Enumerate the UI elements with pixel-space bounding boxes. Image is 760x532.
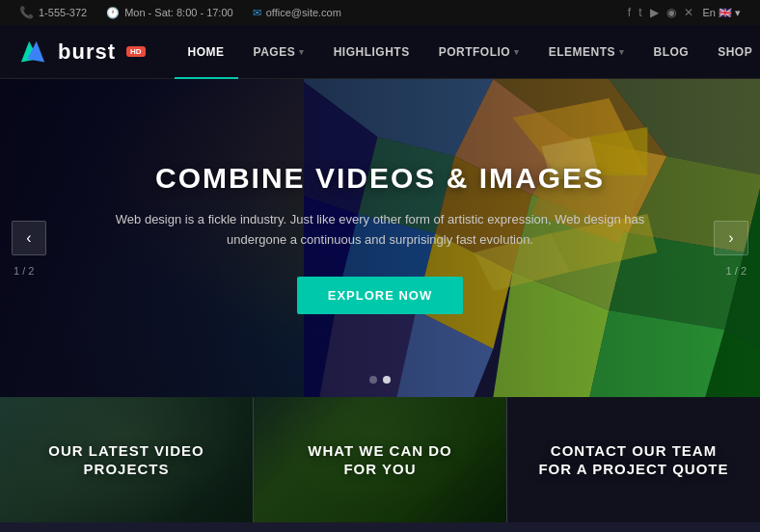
lang-text: En [703, 7, 716, 18]
logo-badge: HD [126, 46, 146, 57]
lang-chevron: ▾ [735, 7, 741, 19]
nav-item-blog[interactable]: BLOG [640, 25, 703, 79]
email-address: office@site.com [266, 7, 341, 18]
slider-next-button[interactable]: › [714, 221, 748, 255]
top-bar: 📞 1-555-372 🕐 Mon - Sat: 8:00 - 17:00 ✉ … [0, 0, 760, 25]
flag-icon: 🇬🇧 [719, 7, 732, 19]
youtube-icon[interactable]: ▶ [650, 6, 659, 19]
hero-content: COMBINE VIDEOS & IMAGES Web design is a … [0, 79, 760, 397]
close-icon[interactable]: ✕ [684, 6, 693, 19]
slider-counter-right: 1 / 2 [726, 265, 746, 277]
chevron-down-icon-3: ▾ [619, 47, 625, 57]
rss-icon[interactable]: ◉ [666, 6, 676, 19]
card-3-content: CONTACT OUR TEAMFOR A PROJECT QUOTE [507, 397, 760, 522]
hero-title: COMBINE VIDEOS & IMAGES [155, 162, 605, 195]
nav-item-highlights[interactable]: HIGHLIGHTS [320, 25, 423, 79]
slider-dots [369, 376, 391, 384]
hero-section: COMBINE VIDEOS & IMAGES Web design is a … [0, 79, 760, 397]
nav-item-pages[interactable]: PAGES ▾ [240, 25, 318, 79]
bottom-cards: OUR LATEST VIDEOPROJECTS WHAT WE CAN DOF… [0, 397, 760, 522]
twitter-icon[interactable]: t [638, 6, 641, 19]
hero-subtitle: Web design is a fickle industry. Just li… [91, 210, 669, 251]
clock-icon: 🕐 [106, 7, 120, 19]
card-1-title: OUR LATEST VIDEOPROJECTS [48, 441, 204, 479]
card-video-projects[interactable]: OUR LATEST VIDEOPROJECTS [0, 397, 253, 522]
phone-info: 📞 1-555-372 [19, 6, 87, 19]
card-contact[interactable]: CONTACT OUR TEAMFOR A PROJECT QUOTE [507, 397, 760, 522]
card-1-content: OUR LATEST VIDEOPROJECTS [0, 397, 253, 522]
explore-now-button[interactable]: EXPLORE NOW [297, 277, 464, 314]
phone-number: 1-555-372 [39, 7, 87, 18]
slide-dot-2[interactable] [383, 376, 391, 384]
chevron-down-icon: ▾ [299, 47, 305, 57]
language-selector[interactable]: En 🇬🇧 ▾ [703, 7, 741, 19]
social-icons: f t ▶ ◉ ✕ [628, 6, 693, 19]
main-nav: burst HD HOME PAGES ▾ HIGHLIGHTS PORTFOL… [0, 25, 760, 79]
top-bar-right: f t ▶ ◉ ✕ En 🇬🇧 ▾ [628, 6, 741, 19]
slider-prev-button[interactable]: ‹ [12, 221, 46, 255]
hours-info: 🕐 Mon - Sat: 8:00 - 17:00 [106, 7, 233, 19]
facebook-icon[interactable]: f [628, 6, 631, 19]
nav-item-elements[interactable]: ELEMENTS ▾ [535, 25, 638, 79]
card-what-we-do[interactable]: WHAT WE CAN DOFOR YOU [254, 397, 506, 522]
card-2-content: WHAT WE CAN DOFOR YOU [254, 397, 506, 522]
nav-item-portfolio[interactable]: PORTFOLIO ▾ [425, 25, 533, 79]
nav-menu: HOME PAGES ▾ HIGHLIGHTS PORTFOLIO ▾ ELEM… [175, 25, 760, 79]
logo[interactable]: burst HD [19, 40, 146, 65]
slide-dot-1[interactable] [369, 376, 377, 384]
top-bar-left: 📞 1-555-372 🕐 Mon - Sat: 8:00 - 17:00 ✉ … [19, 6, 341, 19]
logo-icon [19, 41, 50, 63]
phone-icon: 📞 [19, 6, 34, 19]
logo-text: burst [58, 40, 116, 65]
business-hours: Mon - Sat: 8:00 - 17:00 [124, 7, 233, 18]
nav-item-shop[interactable]: SHOP [704, 25, 760, 79]
chevron-down-icon-2: ▾ [514, 47, 520, 57]
logo-wing-right [27, 40, 47, 62]
nav-item-home[interactable]: HOME [175, 25, 238, 79]
email-info: ✉ office@site.com [253, 7, 341, 19]
card-3-title: CONTACT OUR TEAMFOR A PROJECT QUOTE [538, 441, 728, 479]
card-2-title: WHAT WE CAN DOFOR YOU [308, 441, 452, 479]
slider-counter-left: 1 / 2 [14, 265, 34, 277]
mail-icon: ✉ [253, 7, 261, 19]
